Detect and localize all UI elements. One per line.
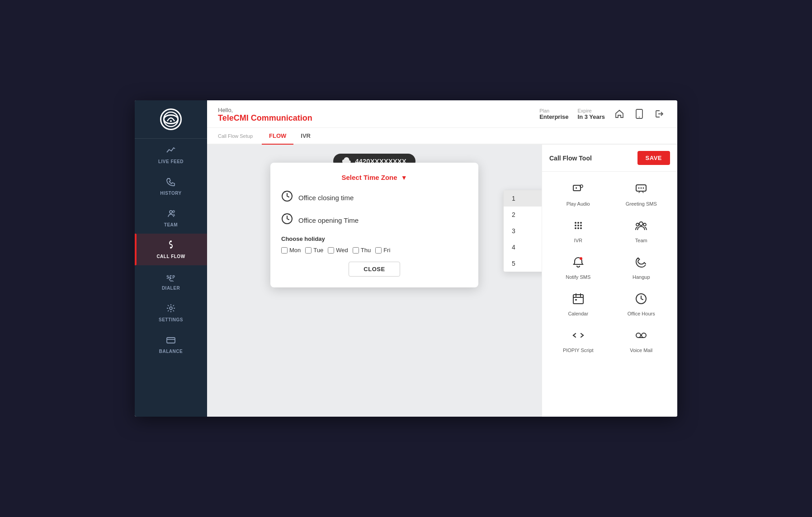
checkbox-wed[interactable] (328, 247, 334, 254)
opening-time-field: Office opening Time (281, 213, 467, 227)
tab-flow[interactable]: FLOW (262, 128, 293, 145)
hangup-icon (635, 256, 647, 272)
team-icon (166, 208, 176, 221)
timezone-row: Select Time Zone ▼ (281, 174, 467, 181)
expire-label: Expire (578, 108, 605, 113)
team-tool-icon (635, 219, 647, 235)
svg-point-25 (580, 225, 582, 226)
tool-piopiy-script[interactable]: PIOPIY Script (547, 323, 610, 359)
piopiy-script-icon (572, 329, 585, 345)
timezone-arrow-icon[interactable]: ▼ (401, 174, 407, 181)
sidebar-item-team[interactable]: TEAM (135, 202, 207, 234)
checkbox-tue[interactable] (305, 247, 312, 254)
sidebar-item-label-call-flow: CALL FLOW (156, 254, 185, 259)
svg-point-27 (577, 227, 579, 229)
header-right: Plan Enterprise Expire In 3 Years (539, 107, 666, 121)
svg-point-4 (170, 240, 172, 242)
tool-ivr[interactable]: IVR (547, 213, 610, 249)
ivr-icon (572, 219, 585, 235)
tool-notify-sms[interactable]: Notify SMS (547, 249, 610, 286)
phone-icon (166, 177, 176, 189)
piopiy-script-label: PIOPIY Script (563, 348, 594, 353)
sidebar-item-history[interactable]: HISTORY (135, 170, 207, 202)
svg-point-24 (577, 225, 579, 226)
day-checkbox-mon[interactable]: Mon (281, 247, 301, 254)
logo-icon (160, 108, 182, 130)
team-label: Team (635, 238, 647, 243)
day-checkbox-thu[interactable]: Thu (353, 247, 371, 254)
day-checkbox-wed[interactable]: Wed (328, 247, 348, 254)
main-content: Hello, TeleCMI Communication Plan Enterp… (207, 100, 677, 417)
tool-header: Call Flow Tool SAVE (542, 145, 677, 172)
flow-icon (166, 240, 176, 252)
dropdown-item-3[interactable]: 3 (504, 223, 542, 239)
svg-point-40 (642, 333, 646, 338)
checkbox-mon[interactable] (281, 247, 288, 254)
closing-time-label: Office closing time (298, 194, 354, 202)
holiday-title: Choose holiday (281, 235, 467, 242)
office-hours-icon (635, 292, 647, 308)
dropdown-item-2[interactable]: 2 (504, 207, 542, 223)
clock-icon-closing (281, 190, 293, 205)
section-label: Call Flow Setup (218, 133, 253, 139)
checkbox-fri[interactable] (375, 247, 382, 254)
svg-point-32 (580, 257, 582, 260)
sidebar-item-label-dialer: DIALER (162, 286, 180, 291)
svg-point-11 (639, 117, 640, 118)
expire-value: In 3 Years (578, 113, 605, 120)
day-checkbox-fri[interactable]: Fri (375, 247, 390, 254)
gear-icon (166, 303, 176, 315)
tab-bar: Call Flow Setup FLOW IVR (207, 128, 677, 145)
checkbox-thu[interactable] (353, 247, 359, 254)
sidebar-item-settings[interactable]: SETTINGS (135, 297, 207, 329)
calendar-label: Calendar (568, 311, 588, 316)
dropdown-item-4[interactable]: 4 (504, 239, 542, 255)
home-icon-btn[interactable] (612, 107, 627, 121)
right-panel: Call Flow Tool SAVE Play Audio (542, 145, 677, 417)
svg-point-39 (636, 333, 641, 338)
header-left: Hello, TeleCMI Communication (218, 107, 312, 123)
tool-greeting-sms[interactable]: Greeting SMS (610, 176, 673, 213)
sidebar-item-dialer[interactable]: SIP DIALER (135, 265, 207, 297)
tool-voice-mail[interactable]: Voice Mail (610, 323, 673, 359)
day-checkbox-tue[interactable]: Tue (305, 247, 323, 254)
mobile-icon-btn[interactable] (632, 107, 647, 121)
svg-point-26 (575, 227, 576, 229)
svg-point-18 (641, 188, 642, 189)
svg-rect-33 (573, 295, 583, 304)
dialer-icon: SIP (166, 272, 176, 284)
svg-point-22 (580, 222, 582, 224)
logo (135, 100, 207, 139)
content-area: 4420XXXXXXXX Select Time Zone ▼ (207, 145, 677, 417)
dropdown-item-5[interactable]: 5 (504, 255, 542, 272)
timezone-dropdown[interactable]: 1 2 3 4 5 (503, 190, 542, 272)
svg-point-23 (575, 225, 576, 226)
play-audio-icon (572, 183, 585, 198)
flow-canvas[interactable]: 4420XXXXXXXX Select Time Zone ▼ (207, 145, 542, 417)
logout-icon-btn[interactable] (652, 107, 666, 121)
header-icons (612, 107, 666, 121)
chart-icon (166, 145, 176, 157)
close-button[interactable]: CLOSE (349, 262, 400, 277)
tab-ivr[interactable]: IVR (293, 128, 318, 145)
svg-point-21 (577, 222, 579, 224)
save-button[interactable]: SAVE (637, 151, 670, 165)
tool-team[interactable]: Team (610, 213, 673, 249)
dropdown-item-1[interactable]: 1 (504, 190, 542, 207)
play-audio-label: Play Audio (567, 201, 590, 207)
svg-point-30 (636, 223, 639, 226)
voice-mail-label: Voice Mail (630, 348, 652, 353)
tool-play-audio[interactable]: Play Audio (547, 176, 610, 213)
tool-hangup[interactable]: Hangup (610, 249, 673, 286)
plan-info: Plan Enterprise Expire In 3 Years (539, 108, 605, 120)
sidebar-item-label-balance: BALANCE (159, 349, 183, 354)
closing-time-field: Office closing time (281, 190, 467, 205)
tool-calendar[interactable]: Calendar (547, 286, 610, 323)
tool-office-hours[interactable]: Office Hours (610, 286, 673, 323)
sidebar-item-balance[interactable]: BALANCE (135, 329, 207, 360)
card-icon (166, 335, 176, 347)
sidebar-item-live-feed[interactable]: LIVE FEED (135, 139, 207, 170)
sidebar-item-call-flow[interactable]: CALL FLOW (135, 234, 207, 265)
sidebar: LIVE FEED HISTORY (135, 100, 207, 417)
notify-sms-icon (572, 256, 585, 272)
